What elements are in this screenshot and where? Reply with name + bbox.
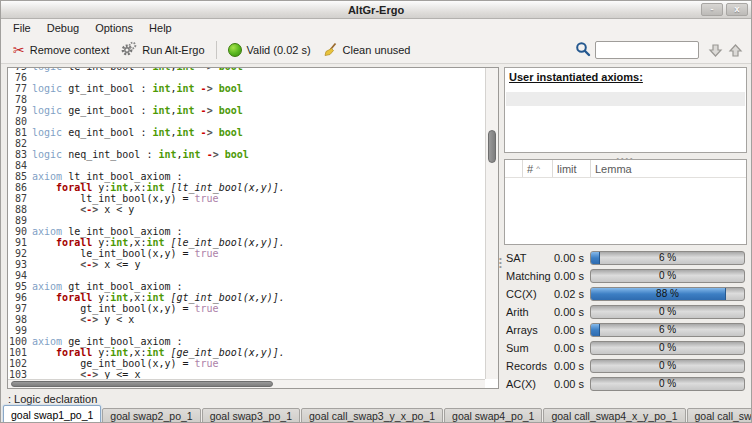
lemma-col-blank <box>505 160 523 177</box>
stat-time: 0.00 s <box>554 324 590 336</box>
code-lines: 75logic le_int_bool : int,int -> bool767… <box>8 68 485 379</box>
progress-percent: 0 % <box>591 378 744 390</box>
user-axioms-panel[interactable]: User instantiated axioms: <box>504 67 747 153</box>
gears-icon <box>121 41 137 59</box>
line-number: 96 <box>8 292 32 303</box>
progress-bar: 0 % <box>590 377 745 391</box>
menu-bar: File Debug Options Help <box>1 19 751 37</box>
code-line: 76 <box>8 72 485 83</box>
progress-bar: 88 % <box>590 287 745 301</box>
lemma-table[interactable]: #^ limit Lemma <box>504 159 747 245</box>
menu-debug[interactable]: Debug <box>39 20 87 36</box>
lemma-col-num[interactable]: #^ <box>523 160 553 177</box>
line-number: 80 <box>8 116 32 127</box>
search-input[interactable] <box>595 41 699 59</box>
line-number: 81 <box>8 127 32 138</box>
broom-icon <box>323 42 338 59</box>
clean-unused-button[interactable]: Clean unused <box>317 42 417 59</box>
code-line: 88 <-> x < y <box>8 204 485 215</box>
stat-time: 0.00 s <box>554 360 590 372</box>
stat-row: CC(X)0.02 s88 % <box>506 285 745 302</box>
line-number: 90 <box>8 226 32 237</box>
progress-percent: 6 % <box>591 252 744 264</box>
stat-label: Matching <box>506 270 554 282</box>
stat-label: Records <box>506 360 554 372</box>
menu-file[interactable]: File <box>5 20 39 36</box>
progress-bar: 6 % <box>590 323 745 337</box>
goal-tab[interactable]: goal swap3_po_1 <box>202 408 300 423</box>
horizontal-scrollbar[interactable] <box>8 379 485 388</box>
stat-time: 0.00 s <box>554 342 590 354</box>
goal-tab[interactable]: goal swap1_po_1 <box>3 405 101 423</box>
run-alt-ergo-label: Run Alt-Ergo <box>142 44 204 56</box>
goal-tab[interactable]: goal call_swap4_y_x_po_1 <box>687 408 752 423</box>
code-editor[interactable]: 75logic le_int_bool : int,int -> bool767… <box>7 67 499 389</box>
lemma-col-limit[interactable]: limit <box>553 160 591 177</box>
run-alt-ergo-button[interactable]: Run Alt-Ergo <box>115 41 210 59</box>
goal-tab[interactable]: goal call_swap4_x_y_po_1 <box>543 408 685 423</box>
search-next-button[interactable] <box>705 40 725 60</box>
code-line: 79logic ge_int_bool : int,int -> bool <box>8 105 485 116</box>
user-axioms-title: User instantiated axioms: <box>505 68 746 85</box>
progress-bar: 6 % <box>590 251 745 265</box>
goal-tab[interactable]: goal swap2_po_1 <box>102 408 200 423</box>
clean-unused-label: Clean unused <box>343 44 411 56</box>
code-line: 87 lt_int_bool(x,y) = true <box>8 193 485 204</box>
title-bar: AltGr-Ergo - x <box>1 1 751 19</box>
stat-row: Matching0.00 s0 % <box>506 267 745 284</box>
line-number: 102 <box>8 358 32 369</box>
goal-tab[interactable]: goal swap4_po_1 <box>444 408 542 423</box>
menu-options[interactable]: Options <box>87 20 141 36</box>
minimize-button[interactable]: - <box>701 3 723 16</box>
scissors-icon: ✂ <box>13 43 25 57</box>
vertical-scrollbar-thumb[interactable] <box>488 130 496 163</box>
line-number: 87 <box>8 193 32 204</box>
code-line: 95axiom gt_int_bool_axiom : <box>8 281 485 292</box>
goal-tab[interactable]: goal call_swap3_y_x_po_1 <box>301 408 443 423</box>
stat-row: Arrays0.00 s6 % <box>506 321 745 338</box>
line-number: 98 <box>8 314 32 325</box>
line-number: 97 <box>8 303 32 314</box>
code-line: 99 <box>8 325 485 336</box>
remove-context-label: Remove context <box>30 44 109 56</box>
code-line: 80 <box>8 116 485 127</box>
app-window: AltGr-Ergo - x File Debug Options Help ✂… <box>0 0 752 423</box>
line-number: 99 <box>8 325 32 336</box>
line-number: 94 <box>8 270 32 281</box>
status-bar: : Logic declaration <box>1 391 751 406</box>
search-previous-button[interactable] <box>725 40 745 60</box>
code-line: 84 <box>8 160 485 171</box>
code-line: 100axiom ge_int_bool_axiom : <box>8 336 485 347</box>
axioms-selected-row[interactable] <box>506 92 745 106</box>
line-number: 93 <box>8 259 32 270</box>
arrow-down-icon <box>708 43 723 58</box>
code-line: 91 forall y:int,x:int [le_int_bool(x,y)]… <box>8 237 485 248</box>
code-line: 102 ge_int_bool(x,y) = true <box>8 358 485 369</box>
code-line: 92 le_int_bool(x,y) = true <box>8 248 485 259</box>
menu-help[interactable]: Help <box>141 20 180 36</box>
code-line: 77logic gt_int_bool : int,int -> bool <box>8 83 485 94</box>
validity-status: Valid (0.02 s) <box>222 43 317 57</box>
line-number: 76 <box>8 72 32 83</box>
progress-bar: 0 % <box>590 341 745 355</box>
lemma-col-lemma[interactable]: Lemma <box>591 160 746 177</box>
progress-percent: 0 % <box>591 306 744 318</box>
horizontal-scrollbar-thumb[interactable] <box>11 381 273 387</box>
stat-time: 0.00 s <box>554 306 590 318</box>
progress-bar: 0 % <box>590 269 745 283</box>
progress-bar: 0 % <box>590 305 745 319</box>
close-button[interactable]: x <box>726 3 748 16</box>
side-splitter-handle[interactable]: ••• <box>499 257 502 269</box>
line-number: 85 <box>8 171 32 182</box>
code-line: 81logic eq_int_bool : int,int -> bool <box>8 127 485 138</box>
vertical-scrollbar[interactable] <box>485 68 498 379</box>
toolbar: ✂ Remove context Run Alt-Ergo Valid (0.0… <box>1 37 751 64</box>
stat-time: 0.00 s <box>554 378 590 390</box>
progress-percent: 0 % <box>591 342 744 354</box>
code-line: 89 <box>8 215 485 226</box>
code-line: 97 gt_int_bool(x,y) = true <box>8 303 485 314</box>
remove-context-button[interactable]: ✂ Remove context <box>7 43 115 57</box>
stat-label: Arrays <box>506 324 554 336</box>
code-line: 82 <box>8 138 485 149</box>
code-line: 103 <-> y <= x <box>8 369 485 379</box>
